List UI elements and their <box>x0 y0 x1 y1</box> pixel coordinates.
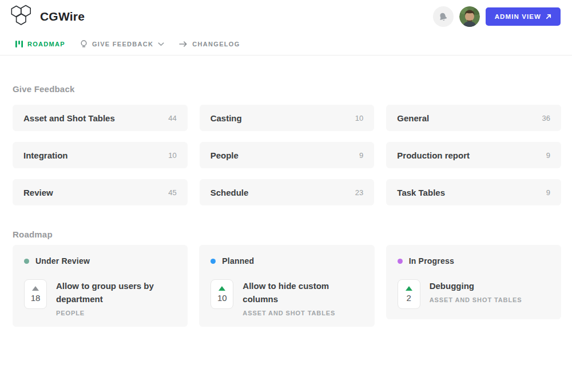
category-card-casting[interactable]: Casting 10 <box>200 105 375 131</box>
category-label: Schedule <box>210 188 249 197</box>
status-header: In Progress <box>398 256 550 266</box>
roadmap-column-in-progress: In Progress 2 Debugging ASSET AND SHOT T… <box>386 245 561 319</box>
tab-changelog-label: CHANGELOG <box>192 41 240 47</box>
roadmap-item[interactable]: 10 Allow to hide custom columns ASSET AN… <box>210 279 363 316</box>
status-dot <box>210 259 216 264</box>
status-label: In Progress <box>409 256 454 266</box>
category-label: Task Tables <box>397 188 445 197</box>
category-label: People <box>210 151 239 160</box>
cgwire-logo-icon <box>9 4 33 29</box>
roadmap-column-under-review: Under Review 18 Allow to group users by … <box>13 245 188 327</box>
idea-category: ASSET AND SHOT TABLES <box>430 296 522 303</box>
vote-count: 10 <box>217 293 227 303</box>
idea-title: Allow to hide custom columns <box>243 279 363 306</box>
category-card-production-report[interactable]: Production report 9 <box>386 142 561 168</box>
category-count: 9 <box>546 151 550 160</box>
notifications-button[interactable] <box>433 6 454 27</box>
category-card-asset-and-shot-tables[interactable]: Asset and Shot Tables 44 <box>13 105 188 131</box>
idea-title: Debugging <box>430 279 522 292</box>
category-count: 9 <box>546 188 550 197</box>
category-label: Casting <box>210 113 242 123</box>
status-dot <box>398 259 403 264</box>
chevron-down-icon <box>158 42 164 46</box>
tab-roadmap-label: ROADMAP <box>27 41 65 47</box>
idea-title: Allow to group users by department <box>56 279 176 306</box>
brand-name: CGWire <box>40 10 85 23</box>
upvote-arrow-icon <box>219 286 225 291</box>
category-card-task-tables[interactable]: Task Tables 9 <box>386 179 561 205</box>
category-count: 10 <box>168 151 176 160</box>
feedback-category-grid: Asset and Shot Tables 44 Casting 10 Gene… <box>13 105 561 205</box>
category-count: 10 <box>355 114 363 122</box>
roadmap-columns-icon <box>15 41 23 47</box>
category-count: 36 <box>542 114 550 122</box>
roadmap-item[interactable]: 18 Allow to group users by department PE… <box>24 279 176 316</box>
status-header: Under Review <box>24 256 176 266</box>
category-count: 23 <box>355 188 363 197</box>
category-label: General <box>397 113 429 123</box>
idea-category: ASSET AND SHOT TABLES <box>243 310 363 316</box>
category-label: Production report <box>397 151 470 160</box>
category-label: Asset and Shot Tables <box>23 113 115 123</box>
category-card-integration[interactable]: Integration 10 <box>13 142 188 168</box>
category-count: 44 <box>168 114 176 122</box>
arrow-right-icon <box>179 41 188 47</box>
main-content: Give Feedback Asset and Shot Tables 44 C… <box>0 84 572 327</box>
category-card-general[interactable]: General 36 <box>386 105 561 131</box>
lightbulb-icon <box>80 40 88 48</box>
category-count: 45 <box>168 188 176 197</box>
roadmap-item[interactable]: 2 Debugging ASSET AND SHOT TABLES <box>398 279 550 309</box>
brand[interactable]: CGWire <box>9 4 85 29</box>
user-avatar[interactable] <box>459 6 480 27</box>
upvote-arrow-icon <box>406 286 412 291</box>
tab-changelog[interactable]: CHANGELOG <box>179 41 240 47</box>
bell-icon <box>437 11 449 23</box>
portal-nav: ROADMAP GIVE FEEDBACK CHANGELOG <box>0 33 572 56</box>
vote-button[interactable]: 10 <box>210 279 233 309</box>
arrow-up-right-icon <box>546 14 551 19</box>
roadmap-grid: Under Review 18 Allow to group users by … <box>13 245 561 327</box>
category-card-review[interactable]: Review 45 <box>13 179 188 205</box>
app-header: CGWire <box>0 0 572 33</box>
category-count: 9 <box>359 151 363 160</box>
avatar-photo <box>459 6 480 27</box>
feedback-section-title: Give Feedback <box>13 84 561 94</box>
idea-category: PEOPLE <box>56 310 176 316</box>
vote-button[interactable]: 2 <box>398 279 420 309</box>
status-dot <box>24 259 29 264</box>
header-actions: ADMIN VIEW <box>433 6 561 27</box>
vote-count: 18 <box>31 293 41 303</box>
status-label: Under Review <box>35 256 90 266</box>
roadmap-column-planned: Planned 10 Allow to hide custom columns … <box>199 245 374 327</box>
category-label: Integration <box>23 151 68 160</box>
admin-view-button[interactable]: ADMIN VIEW <box>486 7 561 26</box>
status-header: Planned <box>210 256 363 266</box>
tab-give-feedback[interactable]: GIVE FEEDBACK <box>80 40 164 48</box>
category-label: Review <box>23 188 53 197</box>
category-card-people[interactable]: People 9 <box>200 142 375 168</box>
vote-count: 2 <box>406 293 411 303</box>
category-card-schedule[interactable]: Schedule 23 <box>200 179 375 205</box>
vote-button[interactable]: 18 <box>24 279 47 309</box>
roadmap-section-title: Roadmap <box>13 229 561 240</box>
tab-give-feedback-label: GIVE FEEDBACK <box>92 41 153 47</box>
admin-view-label: ADMIN VIEW <box>495 13 541 20</box>
upvote-arrow-icon <box>32 286 39 291</box>
status-label: Planned <box>222 256 254 266</box>
tab-roadmap[interactable]: ROADMAP <box>15 41 65 47</box>
